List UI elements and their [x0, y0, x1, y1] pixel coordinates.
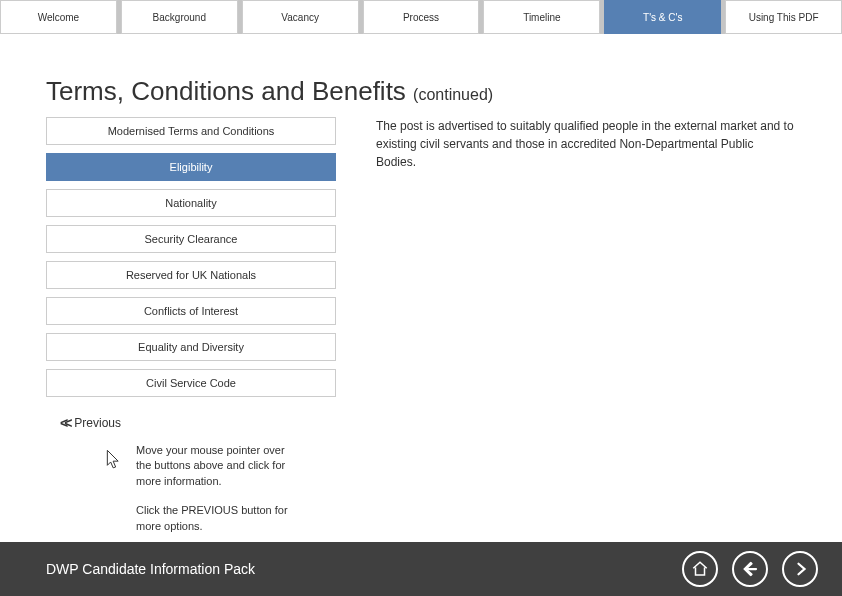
mouse-icon: [104, 447, 124, 474]
home-button[interactable]: [682, 551, 718, 587]
tab-background[interactable]: Background: [121, 0, 238, 34]
previous-button[interactable]: << Previous: [60, 415, 796, 431]
tab-terms-conditions[interactable]: T's & C's: [604, 0, 721, 34]
tab-vacancy[interactable]: Vacancy: [242, 0, 359, 34]
previous-label: Previous: [74, 416, 121, 430]
footer: DWP Candidate Information Pack: [0, 542, 842, 596]
arrow-right-icon: [791, 560, 809, 578]
page-title: Terms, Conditions and Benefits (continue…: [46, 76, 796, 107]
prev-page-button[interactable]: [732, 551, 768, 587]
sidebar-item-modernised-terms[interactable]: Modernised Terms and Conditions: [46, 117, 336, 145]
sidebar-item-civil-service-code[interactable]: Civil Service Code: [46, 369, 336, 397]
sidebar-item-reserved-uk[interactable]: Reserved for UK Nationals: [46, 261, 336, 289]
footer-title: DWP Candidate Information Pack: [46, 561, 255, 577]
tab-using-pdf[interactable]: Using This PDF: [725, 0, 842, 34]
footer-icons: [682, 551, 818, 587]
home-icon: [691, 560, 709, 578]
sidebar-item-conflicts[interactable]: Conflicts of Interest: [46, 297, 336, 325]
help-text-2: Click the PREVIOUS button for more optio…: [136, 503, 296, 534]
chevron-left-icon: <<: [60, 415, 68, 431]
arrow-left-icon: [741, 560, 759, 578]
sidebar-item-security-clearance[interactable]: Security Clearance: [46, 225, 336, 253]
help-row: Move your mouse pointer over the buttons…: [104, 443, 796, 489]
sidebar-item-nationality[interactable]: Nationality: [46, 189, 336, 217]
page-title-main: Terms, Conditions and Benefits: [46, 76, 413, 106]
content-area: Terms, Conditions and Benefits (continue…: [0, 34, 842, 534]
main-row: Modernised Terms and Conditions Eligibil…: [46, 117, 796, 397]
body-text: The post is advertised to suitably quali…: [376, 117, 796, 397]
page-title-continued: (continued): [413, 86, 493, 103]
sidebar-item-equality-diversity[interactable]: Equality and Diversity: [46, 333, 336, 361]
sidebar-item-eligibility[interactable]: Eligibility: [46, 153, 336, 181]
tab-welcome[interactable]: Welcome: [0, 0, 117, 34]
tab-timeline[interactable]: Timeline: [483, 0, 600, 34]
top-nav: Welcome Background Vacancy Process Timel…: [0, 0, 842, 34]
next-page-button[interactable]: [782, 551, 818, 587]
tab-process[interactable]: Process: [363, 0, 480, 34]
sidebar: Modernised Terms and Conditions Eligibil…: [46, 117, 336, 397]
help-text-1: Move your mouse pointer over the buttons…: [136, 443, 296, 489]
